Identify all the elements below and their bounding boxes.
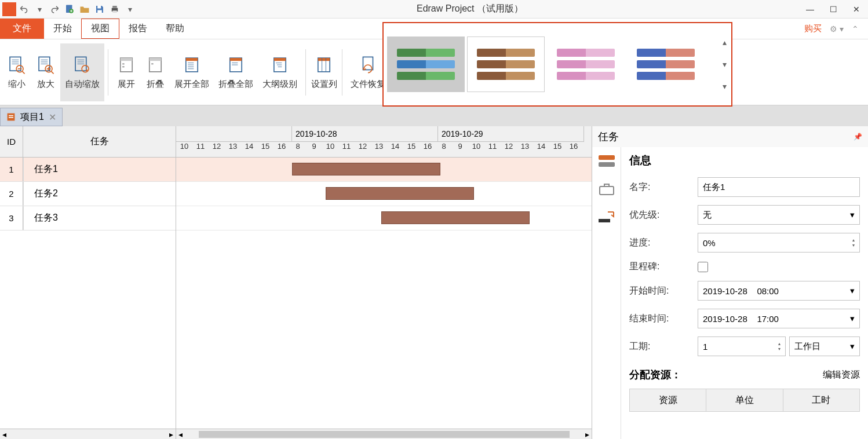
date-cell: 2019-10-28 — [292, 126, 438, 142]
hour-cell: 10 — [322, 142, 338, 158]
milestone-checkbox[interactable] — [698, 262, 708, 272]
save-icon[interactable] — [94, 3, 105, 15]
hour-cell: 13 — [371, 142, 387, 158]
svg-rect-21 — [230, 58, 242, 61]
task-column-header[interactable]: 任务 — [23, 126, 176, 157]
minimize-button[interactable]: — — [804, 3, 816, 15]
edit-resource-link[interactable]: 编辑资源 — [823, 369, 860, 381]
hour-cell: 8 — [436, 142, 452, 158]
res-col-work[interactable]: 工时 — [783, 389, 859, 411]
print-icon[interactable] — [109, 3, 121, 15]
gantt-bar-2[interactable] — [326, 187, 474, 200]
menu-file[interactable]: 文件 — [0, 19, 44, 39]
ribbon-separator — [305, 49, 306, 96]
menu-help[interactable]: 帮助 — [156, 19, 194, 39]
undo-icon[interactable] — [19, 3, 30, 15]
gantt-row[interactable] — [176, 158, 592, 182]
gantt-pane: 2019-10-28 2019-10-29 101112131415168910… — [176, 126, 592, 439]
left-scrollbar[interactable]: ◂▸ — [0, 429, 176, 439]
menu-start[interactable]: 开始 — [44, 19, 81, 39]
task-row[interactable]: 3 任务3 — [0, 206, 176, 231]
gallery-up-icon[interactable]: ▴ — [723, 38, 727, 47]
panel-icon-strip — [592, 147, 621, 439]
task-row[interactable]: 1 任务1 — [0, 158, 176, 182]
svg-rect-32 — [600, 186, 614, 195]
briefcase-tab-icon[interactable] — [597, 182, 616, 197]
res-col-resource[interactable]: 资源 — [630, 389, 706, 411]
gantt-row[interactable] — [176, 206, 592, 231]
start-datetime-input[interactable]: 2019-10-28 08:00▾ — [698, 281, 860, 301]
style-thumb-3[interactable] — [547, 36, 625, 92]
new-icon[interactable] — [64, 3, 75, 15]
collapse-button[interactable]: 折叠 — [141, 43, 170, 101]
gantt-body[interactable] — [176, 158, 592, 429]
progress-input[interactable]: 0%▴▾ — [698, 233, 860, 253]
set-columns-button[interactable]: 设置列 — [309, 43, 338, 101]
gallery-down-icon[interactable]: ▾ — [723, 60, 727, 69]
scrollbar-thumb[interactable] — [199, 431, 570, 438]
hour-cell: 14 — [533, 142, 549, 158]
style-thumb-2[interactable] — [467, 36, 545, 92]
section-resource-header: 分配资源： 编辑资源 — [629, 368, 860, 382]
auto-zoom-button[interactable]: 自动缩放 — [60, 43, 104, 101]
priority-select[interactable]: 无▾ — [698, 205, 860, 225]
id-column-header[interactable]: ID — [0, 126, 23, 157]
maximize-button[interactable]: ☐ — [827, 3, 839, 15]
chevron-down-icon: ▾ — [850, 313, 855, 324]
res-col-unit[interactable]: 单位 — [706, 389, 783, 411]
settings-icon[interactable]: ⚙ ▾ — [830, 24, 844, 34]
name-input[interactable]: 任务1 — [698, 177, 860, 197]
svg-rect-33 — [604, 184, 609, 186]
zoom-in-button[interactable]: 放大 — [31, 43, 60, 101]
task-name: 任务1 — [23, 158, 176, 181]
pin-icon[interactable]: 📌 — [854, 133, 862, 141]
collapse-ribbon-icon[interactable]: ⌃ — [852, 24, 859, 34]
ribbon-separator — [108, 49, 108, 96]
task-row[interactable]: 2 任务2 — [0, 182, 176, 206]
style-thumb-4[interactable] — [627, 36, 705, 92]
open-icon[interactable] — [79, 3, 90, 15]
document-tab[interactable]: 项目1 ✕ — [0, 108, 63, 126]
svg-rect-15 — [121, 58, 132, 61]
doc-icon — [6, 112, 16, 122]
window-title: Edraw Project （试用版） — [136, 3, 804, 15]
buy-link[interactable]: 购买 — [804, 23, 822, 34]
style-gallery: ▴ ▾ ▾ — [382, 22, 732, 107]
hour-cell: 10 — [468, 142, 484, 158]
end-datetime-input[interactable]: 2019-10-28 17:00▾ — [698, 309, 860, 328]
gantt-scrollbar[interactable]: ◂▸ — [176, 429, 592, 439]
outline-level-button[interactable]: 大纲级别 — [258, 43, 302, 101]
collapse-all-button[interactable]: 折叠全部 — [214, 43, 258, 101]
qat-chevron-1[interactable]: ▾ — [34, 3, 45, 15]
chevron-down-icon: ▾ — [850, 210, 855, 220]
task-name: 任务2 — [23, 182, 176, 206]
svg-rect-30 — [599, 155, 615, 160]
hour-cell: 10 — [176, 142, 192, 158]
style-thumb-1[interactable] — [387, 36, 465, 92]
qat-chevron-2[interactable]: ▾ — [124, 3, 136, 15]
duration-unit-select[interactable]: 工作日▾ — [789, 336, 860, 356]
menu-report[interactable]: 报告 — [119, 19, 156, 39]
redo-icon[interactable] — [49, 3, 60, 15]
section-info-header: 信息 — [629, 153, 860, 168]
hour-cell: 12 — [209, 142, 225, 158]
zoom-out-button[interactable]: 缩小 — [2, 43, 31, 101]
ribbon-separator — [342, 49, 342, 96]
close-button[interactable]: ✕ — [851, 3, 862, 15]
main-area: ID 任务 1 任务1 2 任务2 3 任务3 ◂▸ 2019-10-28 — [0, 126, 868, 439]
link-tab-icon[interactable] — [597, 210, 616, 225]
svg-rect-6 — [112, 10, 117, 13]
quick-access-toolbar: ▾ ▾ — [19, 3, 136, 15]
menu-view[interactable]: 视图 — [81, 19, 119, 39]
gantt-row[interactable] — [176, 182, 592, 206]
duration-input[interactable]: 1▴▾ — [698, 336, 786, 356]
close-tab-icon[interactable]: ✕ — [49, 112, 56, 123]
info-tab-icon[interactable] — [597, 154, 616, 169]
gallery-more-icon[interactable]: ▾ — [723, 82, 727, 91]
expand-all-button[interactable]: 展开全部 — [170, 43, 214, 101]
gantt-bar-1[interactable] — [292, 163, 440, 175]
date-cell — [176, 126, 292, 142]
expand-button[interactable]: 展开 — [112, 43, 141, 101]
gantt-bar-3[interactable] — [381, 211, 530, 224]
hour-cell: 9 — [306, 142, 322, 158]
